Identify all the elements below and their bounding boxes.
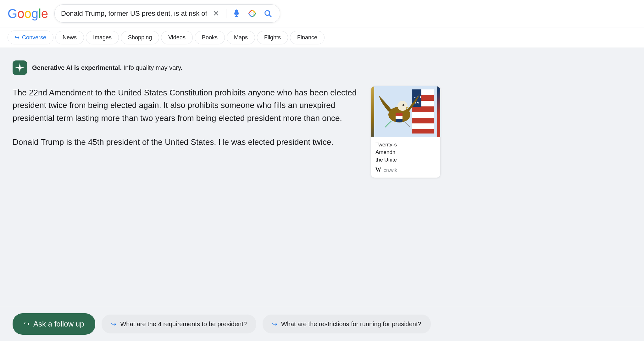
main-content: Generative AI is experimental. Info qual… (0, 48, 644, 315)
sidebar-card-source: W en.wik (375, 167, 436, 173)
suggestion-1-text: What are the 4 requirements to be presid… (120, 321, 247, 328)
microphone-icon[interactable] (231, 8, 242, 19)
svg-rect-10 (412, 123, 434, 129)
sidebar-source-url: en.wik (384, 167, 397, 173)
sidebar-card-title: Twenty-sAmendnthe Unite (375, 141, 436, 163)
svg-rect-9 (412, 112, 434, 118)
suggestion2-arrow-icon: ↪ (272, 320, 277, 328)
tab-shopping[interactable]: Shopping (121, 31, 159, 44)
tab-news-label: News (63, 34, 77, 41)
tab-shopping-label: Shopping (128, 34, 152, 41)
header: Google Donald Trump, former US president… (0, 0, 644, 27)
lens-icon[interactable] (247, 8, 258, 19)
divider (226, 9, 226, 18)
tab-finance[interactable]: Finance (290, 31, 325, 44)
ai-notice-bar: Generative AI is experimental. Info qual… (13, 60, 631, 75)
tab-books-label: Books (202, 34, 218, 41)
svg-point-1 (251, 12, 253, 15)
ai-notice-rest: Info quality may vary. (122, 64, 182, 71)
svg-rect-20 (396, 116, 402, 119)
svg-rect-19 (396, 113, 402, 116)
ai-notice-bold: Generative AI is experimental. (32, 64, 122, 71)
svg-point-17 (402, 104, 404, 106)
bottom-bar: ↪ Ask a follow up ↪ What are the 4 requi… (0, 307, 644, 341)
tab-flights-label: Flights (264, 34, 281, 41)
tab-books[interactable]: Books (195, 31, 225, 44)
tab-finance-label: Finance (297, 34, 317, 41)
tab-maps-label: Maps (234, 34, 248, 41)
search-query: Donald Trump, former US president, is at… (61, 9, 207, 18)
svg-point-0 (249, 10, 255, 17)
suggestion-button-1[interactable]: ↪ What are the 4 requirements to be pres… (102, 315, 256, 333)
search-submit-icon[interactable] (262, 8, 274, 19)
svg-point-15 (397, 101, 408, 111)
tab-converse-label: Converse (22, 34, 46, 41)
nav-tabs: ↪ Converse News Images Shopping Videos B… (0, 27, 644, 48)
sidebar-card[interactable]: ★★★ ★★ (371, 86, 440, 178)
ai-paragraph-1: The 22nd Amendment to the United States … (13, 86, 358, 124)
tab-news[interactable]: News (55, 31, 84, 44)
ai-notice-text: Generative AI is experimental. Info qual… (32, 64, 182, 71)
tab-images-label: Images (93, 34, 112, 41)
sidebar-card-body: Twenty-sAmendnthe Unite W en.wik (371, 137, 440, 178)
google-logo: Google (8, 7, 48, 21)
followup-arrow-icon: ↪ (24, 320, 30, 328)
clear-search-button[interactable]: ✕ (210, 8, 222, 19)
tab-flights[interactable]: Flights (257, 31, 288, 44)
suggestion-2-text: What are the restrictions for running fo… (281, 321, 421, 328)
ask-followup-button[interactable]: ↪ Ask a follow up (13, 313, 95, 335)
tab-videos[interactable]: Videos (161, 31, 193, 44)
ai-sparkle-icon (13, 60, 27, 75)
tab-videos-label: Videos (168, 34, 186, 41)
search-bar[interactable]: Donald Trump, former US president, is at… (54, 4, 280, 23)
content-area: The 22nd Amendment to the United States … (13, 86, 631, 178)
ai-paragraph-2: Donald Trump is the 45th president of th… (13, 136, 358, 148)
tab-converse[interactable]: ↪ Converse (8, 31, 53, 44)
tab-maps[interactable]: Maps (227, 31, 255, 44)
search-icons: ✕ (210, 8, 274, 19)
converse-arrow-icon: ↪ (15, 34, 19, 41)
suggestion1-arrow-icon: ↪ (111, 320, 116, 328)
ask-followup-label: Ask a follow up (33, 320, 84, 328)
svg-line-3 (269, 15, 271, 17)
sidebar-card-image: ★★★ ★★ (371, 86, 440, 137)
suggestion-button-2[interactable]: ↪ What are the restrictions for running … (263, 315, 431, 333)
tab-images[interactable]: Images (86, 31, 119, 44)
main-text: The 22nd Amendment to the United States … (13, 86, 358, 160)
wikipedia-w-icon: W (375, 167, 381, 173)
